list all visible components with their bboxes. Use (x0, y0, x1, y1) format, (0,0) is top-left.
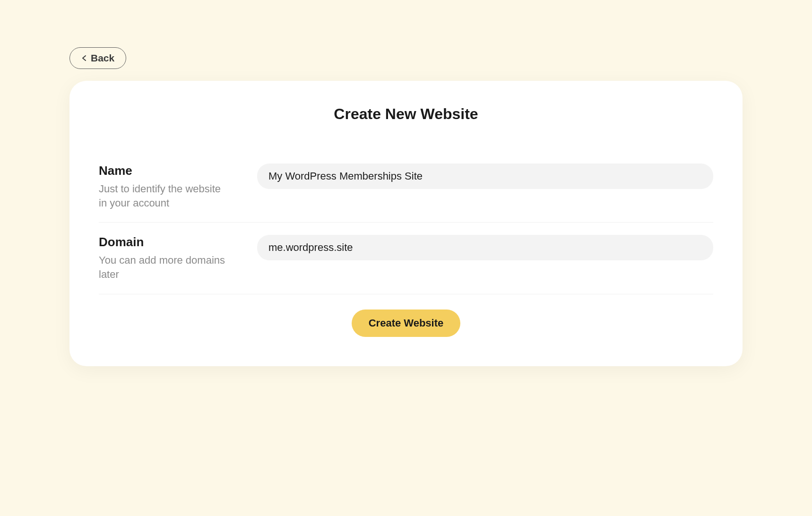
name-label-column: Name Just to identify the website in you… (99, 163, 257, 210)
form-actions: Create Website (99, 310, 713, 337)
back-button-label: Back (91, 52, 114, 64)
domain-label-column: Domain You can add more domains later (99, 235, 257, 281)
name-input-column (257, 163, 713, 189)
chevron-left-icon (81, 52, 87, 64)
domain-label: Domain (99, 235, 257, 249)
create-website-button[interactable]: Create Website (352, 310, 461, 337)
domain-input-column (257, 235, 713, 260)
create-website-card: Create New Website Name Just to identify… (69, 81, 743, 366)
domain-description: You can add more domains later (99, 253, 231, 281)
card-title: Create New Website (99, 105, 713, 123)
domain-input[interactable] (257, 235, 713, 260)
domain-field-row: Domain You can add more domains later (99, 223, 713, 294)
back-button[interactable]: Back (69, 47, 126, 69)
name-description: Just to identify the website in your acc… (99, 182, 231, 210)
name-input[interactable] (257, 163, 713, 189)
name-label: Name (99, 163, 257, 178)
name-field-row: Name Just to identify the website in you… (99, 151, 713, 223)
